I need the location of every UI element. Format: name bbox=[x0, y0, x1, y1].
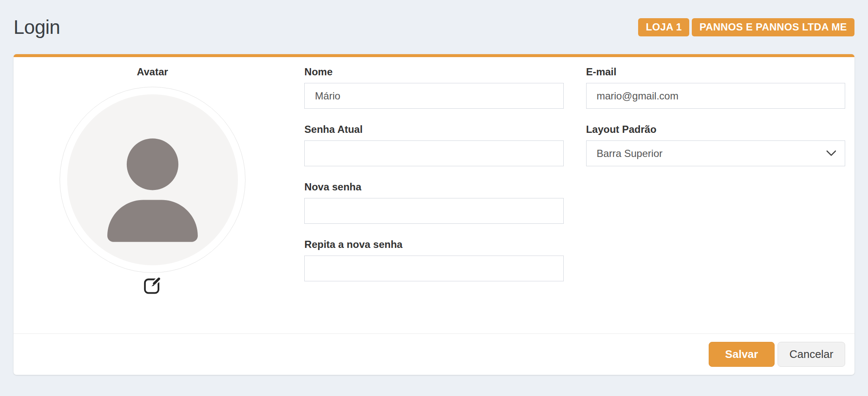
nome-label: Nome bbox=[304, 66, 563, 77]
layout-padrao-select[interactable]: Barra Superior bbox=[586, 140, 845, 166]
cancel-button[interactable]: Cancelar bbox=[778, 342, 845, 367]
edit-pencil-square-icon bbox=[142, 275, 162, 295]
senha-atual-input[interactable] bbox=[304, 140, 563, 166]
email-label: E-mail bbox=[586, 66, 845, 77]
page-title: Login bbox=[14, 16, 60, 38]
avatar-edit-button[interactable] bbox=[142, 275, 162, 295]
avatar-placeholder bbox=[67, 94, 238, 265]
form-actions: Salvar Cancelar bbox=[14, 333, 854, 375]
nova-senha-input[interactable] bbox=[304, 198, 563, 224]
layout-field-group: Layout Padrão Barra Superior bbox=[586, 124, 845, 166]
layout-padrao-label: Layout Padrão bbox=[586, 124, 845, 135]
profile-form: Avatar bbox=[14, 57, 854, 333]
repita-nova-senha-field-group: Repita a nova senha bbox=[304, 239, 563, 281]
nova-senha-field-group: Nova senha bbox=[304, 182, 563, 224]
user-silhouette-icon bbox=[107, 138, 198, 242]
profile-page: Login LOJA 1 PANNOS E PANNOS LTDA ME Ava… bbox=[0, 0, 868, 375]
page-header: Login LOJA 1 PANNOS E PANNOS LTDA ME bbox=[14, 0, 854, 54]
avatar-column: Avatar bbox=[23, 66, 282, 297]
avatar-label: Avatar bbox=[137, 66, 168, 77]
senha-atual-field-group: Senha Atual bbox=[304, 124, 563, 166]
repita-nova-senha-input[interactable] bbox=[304, 256, 563, 281]
profile-card: Avatar bbox=[14, 54, 854, 375]
layout-padrao-selected-value: Barra Superior bbox=[597, 148, 663, 160]
senha-atual-label: Senha Atual bbox=[304, 124, 563, 135]
avatar bbox=[60, 87, 246, 273]
header-badges: LOJA 1 PANNOS E PANNOS LTDA ME bbox=[638, 18, 854, 36]
email-field-group: E-mail bbox=[586, 66, 845, 109]
company-badge: PANNOS E PANNOS LTDA ME bbox=[692, 18, 854, 36]
chevron-down-icon bbox=[826, 150, 836, 157]
nome-input[interactable] bbox=[304, 83, 563, 109]
save-button[interactable]: Salvar bbox=[709, 342, 775, 367]
repita-nova-senha-label: Repita a nova senha bbox=[304, 239, 563, 250]
settings-column: E-mail Layout Padrão Barra Superior bbox=[586, 66, 845, 297]
nome-field-group: Nome bbox=[304, 66, 563, 109]
credentials-column: Nome Senha Atual Nova senha Repita a nov… bbox=[304, 66, 563, 297]
nova-senha-label: Nova senha bbox=[304, 182, 563, 192]
email-input[interactable] bbox=[586, 83, 845, 109]
store-badge: LOJA 1 bbox=[638, 18, 689, 36]
